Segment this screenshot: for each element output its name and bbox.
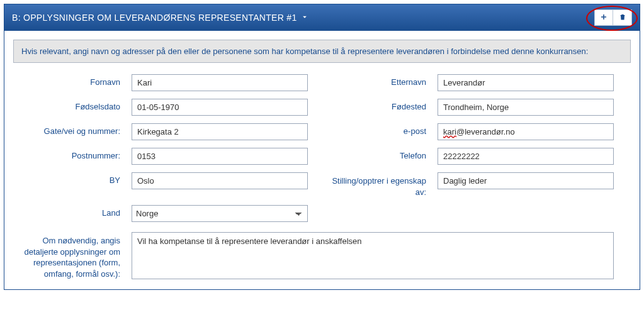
trash-icon: [619, 13, 626, 23]
input-fodested[interactable]: [438, 99, 614, 116]
label-by: BY: [13, 172, 120, 185]
select-land[interactable]: Norge: [132, 205, 308, 222]
plus-icon: [600, 13, 607, 23]
input-telefon[interactable]: [438, 148, 614, 165]
label-detaljer: Om nødvendig, angis detaljerte opplysnin…: [13, 232, 120, 279]
label-telefon: Telefon: [319, 148, 426, 160]
add-button[interactable]: [594, 9, 613, 26]
delete-button[interactable]: [613, 9, 632, 26]
panel-title[interactable]: B: OPPLYSNINGER OM LEVERANDØRENS REPRESE…: [12, 13, 309, 23]
input-gate[interactable]: [132, 123, 308, 140]
label-fodselsdato: Fødselsdato: [13, 99, 120, 111]
info-banner: Hvis relevant, angi navn og adresser på …: [13, 40, 631, 63]
label-stilling: Stilling/opptrer i egenskap av:: [319, 172, 426, 197]
label-epost: e-post: [319, 123, 426, 136]
input-by[interactable]: [132, 172, 308, 189]
panel-header: B: OPPLYSNINGER OM LEVERANDØRENS REPRESE…: [4, 4, 640, 31]
input-etternavn[interactable]: [438, 74, 614, 91]
panel-title-text: B: OPPLYSNINGER OM LEVERANDØRENS REPRESE…: [12, 13, 297, 23]
panel-body: Hvis relevant, angi navn og adresser på …: [4, 31, 640, 289]
label-fornavn: Fornavn: [13, 74, 120, 87]
input-stilling[interactable]: [438, 172, 614, 189]
label-land: Land: [13, 205, 120, 218]
input-fornavn[interactable]: [132, 74, 308, 91]
label-etternavn: Etternavn: [319, 74, 426, 87]
representatives-panel: B: OPPLYSNINGER OM LEVERANDØRENS REPRESE…: [4, 4, 640, 290]
textarea-detaljer[interactable]: [132, 232, 614, 279]
label-postnummer: Postnummer:: [13, 148, 120, 160]
label-fodested: Fødested: [319, 99, 426, 111]
input-postnummer[interactable]: [132, 148, 308, 165]
input-fodselsdato[interactable]: [132, 99, 308, 116]
input-epost[interactable]: kari@leverandør.no: [438, 123, 614, 140]
label-gate: Gate/vei og nummer:: [13, 123, 120, 136]
chevron-down-icon: [300, 13, 309, 23]
form-grid: Fornavn Etternavn Fødselsdato Fødested G…: [13, 74, 631, 279]
header-actions: [594, 9, 632, 26]
